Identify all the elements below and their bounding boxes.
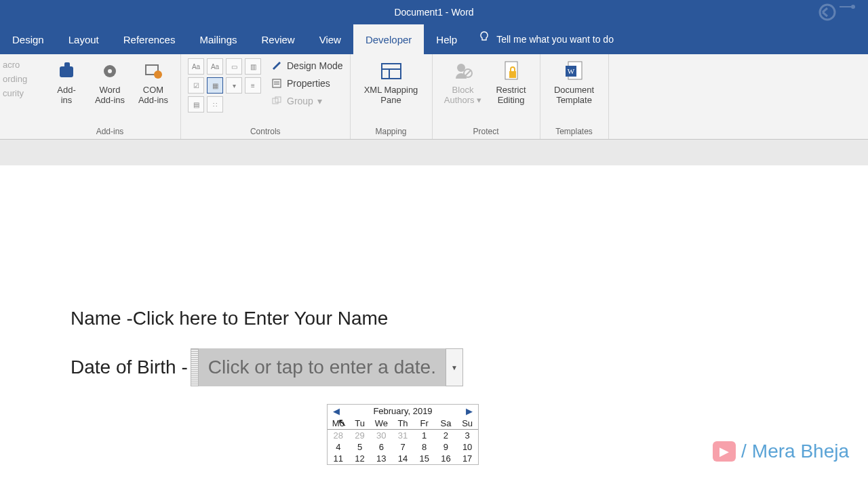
calendar-day[interactable]: 13: [370, 453, 392, 464]
restrict-editing-icon: [500, 60, 523, 83]
group-templates-label: Templates: [540, 127, 608, 139]
com-addins-icon: [142, 60, 165, 83]
properties-button[interactable]: Properties: [271, 76, 343, 91]
word-addins-button[interactable]: Word Add-ins: [90, 57, 130, 106]
svg-rect-9: [273, 79, 281, 87]
date-placeholder[interactable]: Click or tap to enter a date.: [199, 348, 446, 386]
calendar-day[interactable]: 17: [456, 453, 478, 464]
tab-layout[interactable]: Layout: [56, 24, 111, 54]
date-dropdown-button[interactable]: ▼: [446, 348, 463, 386]
properties-icon: [271, 77, 283, 89]
svg-point-1: [851, 5, 855, 9]
calendar-day-header: Tu: [349, 418, 371, 430]
tell-me-label: Tell me what you want to do: [496, 34, 614, 45]
ribbon-leftcut: acro ording curity: [0, 54, 39, 139]
watermark-slash: /: [741, 441, 747, 462]
ribbon: acro ording curity Add- ins Word Add-ins…: [0, 54, 868, 140]
legacy-form-icon[interactable]: ∷: [207, 96, 223, 113]
block-authors-button[interactable]: Block Authors ▾: [439, 57, 487, 106]
window-title: Document1 - Word: [394, 7, 473, 18]
building-block-control-icon[interactable]: ▥: [245, 58, 261, 75]
svg-point-8: [154, 70, 162, 79]
addins-button[interactable]: Add- ins: [46, 57, 87, 106]
watermark-brand: Mera Bheja: [752, 441, 849, 462]
calendar-day[interactable]: 10: [456, 441, 478, 453]
rich-text-control-icon[interactable]: Aa: [188, 58, 204, 75]
xml-mapping-icon: [380, 60, 403, 83]
lightbulb-icon: [479, 31, 490, 47]
name-label: Name -: [71, 308, 133, 329]
xml-mapping-button[interactable]: XML Mapping Pane: [357, 57, 425, 106]
leftcut-2: ording: [3, 73, 37, 87]
calendar-day[interactable]: 1: [414, 430, 435, 441]
tab-review[interactable]: Review: [250, 24, 307, 54]
date-picker-control[interactable]: Click or tap to enter a date. ▼: [191, 348, 463, 386]
document-template-button[interactable]: W Document Template: [547, 57, 601, 106]
calendar-day[interactable]: 4: [328, 441, 349, 453]
calendar-day[interactable]: 12: [349, 453, 371, 464]
block-authors-icon: [452, 60, 475, 83]
calendar-day[interactable]: 6: [370, 441, 392, 453]
calendar-day[interactable]: 30: [370, 430, 392, 441]
design-mode-button[interactable]: Design Mode: [271, 58, 343, 73]
control-handle-icon[interactable]: [191, 348, 199, 386]
calendar-day[interactable]: 31: [392, 430, 414, 441]
group-mapping-label: Mapping: [351, 127, 432, 139]
legacy-tools-icon[interactable]: ▤: [188, 96, 204, 113]
svg-point-6: [108, 69, 112, 73]
calendar-day[interactable]: 29: [349, 430, 371, 441]
group-protect: Block Authors ▾ Restrict Editing Protect: [433, 54, 540, 139]
calendar-day-header: Sa: [435, 418, 457, 430]
chevron-down-icon: ▾: [317, 96, 322, 106]
name-placeholder[interactable]: Click here to Enter Your Name: [133, 308, 389, 329]
name-line: Name -Click here to Enter Your Name: [71, 308, 868, 329]
com-addins-button[interactable]: COM Add-ins: [133, 57, 174, 106]
calendar-day[interactable]: 7: [392, 441, 414, 453]
svg-line-19: [465, 70, 471, 76]
calendar-day[interactable]: 9: [435, 441, 457, 453]
tell-me-search[interactable]: Tell me what you want to do: [469, 24, 614, 54]
calendar-day[interactable]: 28: [328, 430, 349, 441]
watermark: ▶ / Mera Bheja: [713, 441, 849, 462]
design-mode-icon: [271, 60, 283, 72]
calendar-day[interactable]: 11: [328, 453, 349, 464]
calendar-day-header: Th: [392, 418, 414, 430]
group-controls: Aa Aa ▭ ▥ ☑ ▦ ▾ ≡ ▤ ∷ Design Mode Proper…: [181, 54, 351, 139]
svg-text:W: W: [567, 67, 574, 75]
calendar-day[interactable]: 5: [349, 441, 371, 453]
titlebar: Document1 - Word: [0, 0, 868, 24]
calendar-day[interactable]: 14: [392, 453, 414, 464]
svg-rect-3: [60, 66, 73, 77]
calendar-prev-button[interactable]: ◀: [330, 406, 342, 416]
dropdown-control-icon[interactable]: ▾: [226, 77, 242, 94]
controls-gallery[interactable]: Aa Aa ▭ ▥ ☑ ▦ ▾ ≡ ▤ ∷: [188, 57, 261, 113]
tab-mailings[interactable]: Mailings: [187, 24, 249, 54]
calendar-day[interactable]: 2: [435, 430, 457, 441]
plain-text-control-icon[interactable]: Aa: [207, 58, 223, 75]
tab-view[interactable]: View: [307, 24, 353, 54]
group-templates: W Document Template Templates: [540, 54, 609, 139]
calendar-day[interactable]: 8: [414, 441, 435, 453]
tab-design[interactable]: Design: [0, 24, 56, 54]
picture-control-icon[interactable]: ▭: [226, 58, 242, 75]
calendar-next-button[interactable]: ▶: [463, 406, 475, 416]
svg-rect-4: [64, 62, 70, 68]
group-button[interactable]: Group ▾: [271, 94, 343, 108]
youtube-icon: ▶: [713, 441, 736, 462]
restrict-editing-button[interactable]: Restrict Editing: [490, 57, 533, 106]
date-picker-control-icon[interactable]: ▦: [207, 77, 223, 94]
tab-help[interactable]: Help: [424, 24, 469, 54]
tab-references[interactable]: References: [111, 24, 188, 54]
tab-developer[interactable]: Developer: [353, 24, 424, 54]
group-mapping: XML Mapping Pane Mapping: [351, 54, 433, 139]
calendar-day[interactable]: 15: [414, 453, 435, 464]
leftcut-1: acro: [3, 58, 37, 73]
calendar-day[interactable]: 16: [435, 453, 457, 464]
dob-line: Date of Birth - Click or tap to enter a …: [71, 348, 868, 386]
word-doc-icon: W: [563, 60, 586, 83]
checkbox-control-icon[interactable]: ☑: [188, 77, 204, 94]
calendar-title[interactable]: February, 2019: [342, 406, 463, 416]
calendar-day[interactable]: 3: [456, 430, 478, 441]
calendar-grid: MoTuWeThFrSaSu28293031123456789101112131…: [328, 418, 478, 464]
combo-control-icon[interactable]: ≡: [245, 77, 261, 94]
